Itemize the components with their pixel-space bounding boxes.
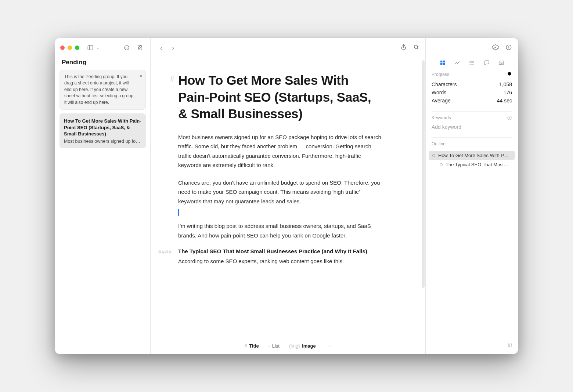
document-heading-4[interactable]: The Typical SEO That Most Small Business…	[178, 248, 382, 254]
sheet-list-button[interactable]	[122, 43, 132, 53]
svg-rect-14	[440, 63, 442, 65]
format-list-button[interactable]: - List	[269, 343, 280, 349]
add-keyword-button[interactable]	[507, 115, 512, 120]
annotations-tab[interactable]	[483, 59, 490, 66]
editor-toolbar: ‹ ›	[151, 38, 425, 57]
document-body[interactable]: # How To Get More Sales With Pain-Point …	[151, 57, 408, 303]
svg-rect-12	[440, 61, 442, 62]
note-list-item[interactable]: How To Get More Sales With Pain-Point SE…	[60, 113, 146, 148]
inspector-tabbar	[426, 57, 518, 71]
app-window: ⌄ Pending × This is the Pending group. I…	[55, 38, 518, 354]
settings-button[interactable]	[507, 342, 513, 349]
info-button[interactable]	[505, 44, 512, 52]
sidebar-view-menu[interactable]: ⌄	[96, 46, 99, 50]
svg-point-32	[508, 344, 509, 345]
new-sheet-button[interactable]	[135, 43, 145, 53]
outline-section-label: Outline	[432, 141, 446, 146]
outline-section: Outline	[426, 141, 518, 151]
stats-tab[interactable]	[454, 59, 461, 66]
sidebar-toolbar: ⌄	[55, 38, 150, 57]
review-button[interactable]	[492, 44, 499, 52]
note-preview: Most business owners signed up for…	[64, 139, 141, 144]
group-title: Pending	[55, 57, 150, 70]
scrollbar-thumb[interactable]	[422, 60, 425, 288]
paragraph[interactable]: Chances are, you don't have an unlimited…	[178, 178, 382, 206]
keyword-input[interactable]: Add keyword	[432, 123, 512, 131]
goal-button[interactable]	[507, 71, 512, 77]
divider	[432, 137, 512, 138]
svg-point-2	[125, 46, 129, 50]
note-title: How To Get More Sales With Pain-Point SE…	[64, 118, 141, 137]
group-info-text: This is the Pending group. If you drag a…	[64, 74, 134, 105]
svg-point-11	[509, 46, 509, 46]
outline-bullet-icon	[432, 154, 435, 157]
progress-section: Progress Characters 1,058 Words 176 Aver…	[426, 71, 518, 109]
svg-point-19	[470, 61, 470, 61]
svg-rect-15	[443, 63, 444, 65]
close-window-button[interactable]	[60, 46, 65, 50]
svg-point-33	[509, 346, 511, 347]
group-info-card: × This is the Pending group. If you drag…	[60, 70, 146, 110]
toggle-sidebar-button[interactable]	[85, 43, 96, 53]
svg-point-20	[470, 62, 470, 63]
editor-scroll[interactable]: # How To Get More Sales With Pain-Point …	[151, 57, 425, 354]
divider	[432, 111, 512, 112]
heading-marker-icon: #	[170, 75, 174, 83]
outline-item[interactable]: The Typical SEO That Most…	[429, 160, 515, 169]
dismiss-info-button[interactable]: ×	[140, 72, 143, 80]
dashboard-tab[interactable]	[439, 59, 446, 66]
share-button[interactable]	[400, 44, 407, 52]
svg-point-21	[470, 64, 470, 64]
nav-forward-button[interactable]: ›	[168, 44, 178, 52]
svg-rect-0	[88, 46, 93, 50]
minimize-window-button[interactable]	[68, 46, 72, 50]
svg-rect-13	[443, 61, 444, 62]
paragraph[interactable]: I'm writing this blog post to address sm…	[178, 221, 382, 240]
format-bar: # Title - List (img) Image ···	[151, 338, 425, 354]
inspector-panel: Progress Characters 1,058 Words 176 Aver…	[425, 38, 518, 354]
paragraph[interactable]: Most business owners signed up for an SE…	[178, 133, 382, 170]
fade-overlay	[151, 312, 425, 338]
inspector-toolbar	[426, 38, 518, 57]
outline-tab[interactable]	[469, 59, 475, 66]
outline-item[interactable]: How To Get More Sales With Pain…	[429, 151, 515, 160]
nav-back-button[interactable]: ‹	[156, 44, 166, 52]
progress-section-label: Progress	[432, 72, 449, 77]
heading-marker-icon: ####	[158, 248, 172, 255]
document-heading-1[interactable]: How To Get More Sales With Pain-Point SE…	[178, 72, 382, 122]
svg-line-8	[417, 48, 418, 49]
svg-point-7	[414, 45, 418, 48]
attachments-tab[interactable]	[498, 59, 505, 66]
stat-characters: Characters 1,058	[432, 80, 512, 88]
svg-point-25	[509, 73, 510, 75]
format-title-button[interactable]: # Title	[244, 343, 259, 349]
window-controls	[60, 46, 79, 50]
outline-bullet-icon	[440, 163, 443, 166]
editor-pane: ‹ › # How To Get More Sales With Pain-Po…	[151, 38, 425, 354]
sidebar: ⌄ Pending × This is the Pending group. I…	[55, 38, 151, 354]
svg-point-34	[511, 344, 512, 345]
stat-average: Average 44 sec	[432, 97, 512, 105]
text-cursor	[178, 209, 179, 216]
format-more-button[interactable]: ···	[325, 343, 332, 349]
format-image-button[interactable]: (img) Image	[289, 343, 316, 349]
keywords-section-label: Keywords	[432, 115, 451, 120]
svg-point-23	[500, 62, 501, 63]
keywords-section: Keywords Add keyword	[426, 115, 518, 135]
stat-words: Words 176	[432, 88, 512, 97]
paragraph[interactable]: According to some SEO experts, ranking w…	[178, 257, 382, 266]
zoom-window-button[interactable]	[75, 46, 79, 50]
search-button[interactable]	[413, 44, 419, 52]
